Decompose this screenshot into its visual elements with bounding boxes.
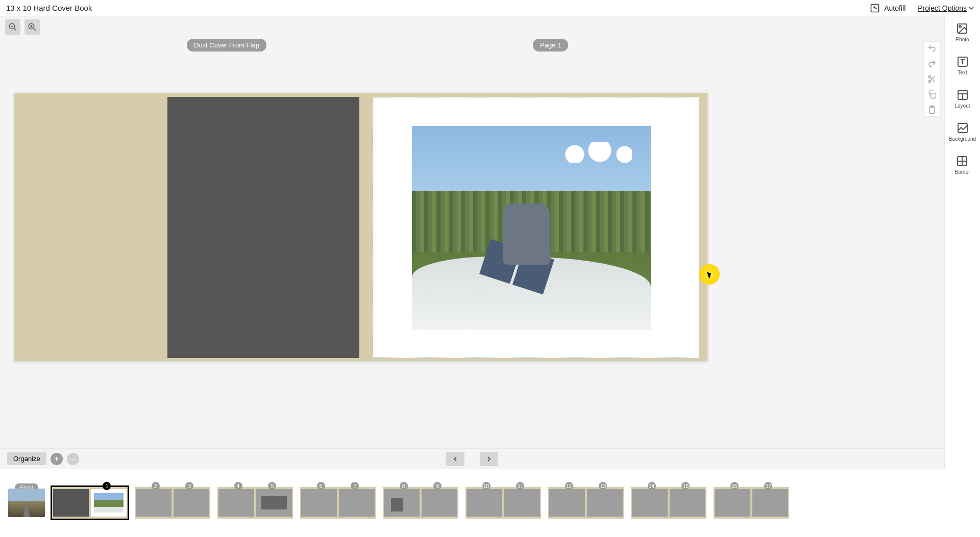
thumb-right-page — [174, 489, 209, 517]
zoom-in-icon — [28, 22, 37, 32]
tool-border[interactable]: Border — [954, 155, 970, 175]
tool-photo[interactable]: Photo — [955, 22, 969, 42]
cut-icon[interactable] — [927, 74, 937, 84]
thumb-spread[interactable]: 23 — [135, 487, 210, 519]
thumb-front-cover[interactable]: Front — [8, 489, 45, 517]
thumb-spread[interactable]: 1617 — [714, 487, 789, 519]
thumb-spread[interactable]: 45 — [217, 487, 293, 519]
page-number-badge: 8 — [400, 482, 408, 490]
thumb-right-page — [587, 489, 623, 517]
svg-line-11 — [933, 80, 935, 82]
page-nav — [446, 452, 498, 466]
photo-legs — [479, 239, 554, 295]
thumb-left-page — [136, 489, 172, 517]
thumb-left-page — [549, 489, 585, 517]
thumb-spread[interactable]: 1213 — [548, 487, 624, 519]
thumb-spread[interactable]: 89 — [383, 487, 458, 519]
autofill-label: Autofill — [884, 4, 905, 12]
zoom-bar — [0, 16, 980, 38]
copy-icon[interactable] — [927, 90, 937, 99]
inside-cover-panel[interactable] — [167, 97, 359, 358]
thumbnail-strip[interactable]: Front 1234567891011121314151617 — [0, 469, 980, 537]
zoom-out-button[interactable] — [5, 19, 20, 35]
page-number-badge: 2 — [152, 482, 160, 490]
book-title: 13 x 10 Hard Cover Book — [6, 4, 92, 12]
organize-button[interactable]: Organize — [7, 452, 46, 465]
redo-icon[interactable] — [927, 59, 937, 68]
page-number-badge: 12 — [565, 482, 573, 490]
chevron-right-icon — [486, 456, 492, 462]
photo-icon — [956, 22, 968, 35]
thumb-left-page — [384, 489, 420, 517]
tool-layout-label: Layout — [954, 103, 970, 109]
thumb-left-page — [632, 489, 668, 517]
thumb-spread[interactable]: 1415 — [631, 487, 706, 519]
undo-icon[interactable] — [927, 44, 937, 53]
text-icon — [957, 56, 969, 68]
thumb-left-page — [218, 489, 254, 517]
right-tools-panel: Photo Text Layout Background Border — [944, 16, 980, 537]
thumb-left-page — [301, 489, 337, 517]
prev-page-button[interactable] — [446, 452, 464, 466]
svg-point-17 — [959, 25, 961, 28]
book-spread[interactable] — [14, 93, 707, 364]
add-page-button[interactable]: + — [51, 453, 63, 465]
chevron-down-icon — [969, 6, 974, 11]
zoom-in-button[interactable] — [24, 19, 40, 35]
svg-point-8 — [928, 75, 931, 78]
page-number-badge: 14 — [648, 482, 656, 490]
photo-clouds — [560, 142, 632, 163]
edit-mini-toolbar — [924, 42, 940, 116]
autofill-icon — [870, 3, 880, 13]
photo-treeline — [412, 191, 651, 252]
next-page-button[interactable] — [480, 452, 498, 466]
tool-layout[interactable]: Layout — [954, 89, 970, 109]
thumb-right-page — [752, 489, 788, 517]
thumb-right-page — [422, 489, 457, 517]
chevron-left-icon — [452, 456, 458, 462]
svg-line-5 — [33, 28, 36, 31]
svg-line-12 — [930, 78, 932, 79]
tool-background[interactable]: Background — [949, 122, 976, 142]
tool-text-label: Text — [958, 70, 967, 75]
top-bar: 13 x 10 Hard Cover Book Autofill Project… — [0, 0, 980, 16]
thumb-cover-image — [8, 489, 45, 517]
page-number-badge: 6 — [317, 482, 325, 490]
page-number-badge: 4 — [234, 482, 242, 490]
thumb-right-page — [256, 489, 292, 517]
page-number-badge: 10 — [482, 482, 491, 490]
svg-rect-13 — [931, 93, 936, 98]
svg-point-9 — [928, 80, 931, 83]
tool-text[interactable]: Text — [957, 56, 969, 75]
tool-background-label: Background — [949, 136, 976, 142]
page-1[interactable] — [373, 97, 699, 358]
thumb-spread[interactable]: 1 — [52, 487, 128, 519]
project-options-button[interactable]: Project Options — [918, 4, 974, 12]
background-icon — [957, 122, 969, 134]
thumb-right-page — [339, 489, 375, 517]
left-page-label: Dust Cover Front Flap — [187, 39, 266, 52]
remove-page-button[interactable]: – — [67, 453, 79, 465]
project-options-label: Project Options — [918, 4, 967, 12]
thumb-right-page — [504, 489, 540, 517]
page-number-badge: 16 — [730, 482, 739, 490]
svg-rect-22 — [958, 123, 967, 133]
photo-person — [512, 216, 541, 261]
paste-icon[interactable] — [927, 105, 937, 114]
thumb-right-page — [91, 489, 127, 517]
right-page-label: Page 1 — [533, 39, 568, 52]
svg-line-2 — [14, 28, 16, 31]
autofill-button[interactable]: Autofill — [870, 3, 905, 13]
thumb-right-page — [670, 489, 705, 517]
tool-photo-label: Photo — [955, 37, 969, 42]
page-photo[interactable] — [412, 126, 651, 330]
thumb-spread[interactable]: 67 — [300, 487, 376, 519]
bottom-toolbar: Organize + – — [0, 448, 944, 469]
tool-border-label: Border — [954, 169, 970, 175]
thumb-left-page — [715, 489, 750, 517]
thumb-left-page — [467, 489, 502, 517]
border-icon — [956, 155, 968, 167]
cursor-highlight — [699, 264, 720, 285]
thumb-left-page — [53, 489, 89, 517]
thumb-spread[interactable]: 1011 — [465, 487, 541, 519]
